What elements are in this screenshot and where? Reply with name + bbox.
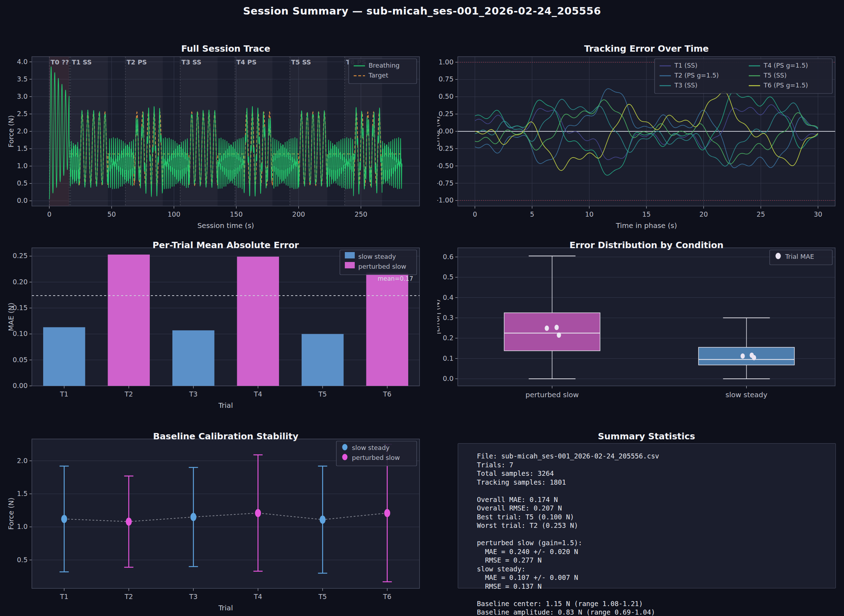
svg-text:T5 SS: T5 SS xyxy=(291,59,311,66)
svg-text:T5: T5 xyxy=(318,390,327,398)
svg-text:15: 15 xyxy=(642,210,651,218)
svg-text:T4: T4 xyxy=(253,390,262,398)
svg-text:T5 (SS): T5 (SS) xyxy=(763,72,787,79)
svg-text:1.0: 1.0 xyxy=(17,162,28,170)
svg-text:0.3: 0.3 xyxy=(443,314,454,321)
summary-statistics-text: File: sub-micah_ses-001_2026-02-24_20555… xyxy=(477,452,659,616)
per-trial-mae-chart: 0.000.050.100.150.200.25TrialMAE (N)T1T2… xyxy=(7,230,426,421)
svg-text:0.00: 0.00 xyxy=(13,381,28,389)
svg-text:perturbed slow: perturbed slow xyxy=(525,390,579,399)
svg-text:2.0: 2.0 xyxy=(17,127,28,135)
panel-summary-statistics: File: sub-micah_ses-001_2026-02-24_20555… xyxy=(437,421,843,616)
svg-text:-0.50: -0.50 xyxy=(437,162,454,170)
svg-text:T3: T3 xyxy=(189,390,198,398)
svg-text:T5: T5 xyxy=(318,593,327,600)
svg-text:T6: T6 xyxy=(383,593,391,600)
svg-text:T4 (PS g=1.5): T4 (PS g=1.5) xyxy=(763,62,808,69)
svg-text:0.0: 0.0 xyxy=(443,374,454,382)
svg-text:T2 (PS g=1.5): T2 (PS g=1.5) xyxy=(674,72,719,79)
svg-text:0.0: 0.0 xyxy=(17,197,28,204)
svg-text:0.50: 0.50 xyxy=(439,92,454,100)
svg-text:perturbed slow: perturbed slow xyxy=(352,454,400,461)
mae-bar-T3 xyxy=(172,330,214,386)
svg-text:T1 SS: T1 SS xyxy=(72,59,92,66)
svg-text:slow steady: slow steady xyxy=(358,253,396,260)
svg-text:T1: T1 xyxy=(60,593,68,600)
svg-text:Target: Target xyxy=(368,72,388,79)
svg-text:Trial: Trial xyxy=(218,401,233,409)
svg-text:0: 0 xyxy=(473,210,477,218)
svg-text:|Error| (N): |Error| (N) xyxy=(437,299,441,334)
panel-full-session-trace: 0501001502002500.00.51.01.52.02.53.03.54… xyxy=(7,34,426,232)
svg-text:5: 5 xyxy=(530,210,534,218)
svg-text:1.5: 1.5 xyxy=(17,490,28,497)
svg-text:0.5: 0.5 xyxy=(17,556,28,563)
full-session-trace-chart: 0501001502002500.00.51.01.52.02.53.03.54… xyxy=(7,34,426,232)
panel-baseline-stability: 0.51.01.52.0TrialForce (N)T1T2T3T4T5T6sl… xyxy=(7,421,426,616)
svg-text:25: 25 xyxy=(756,210,765,218)
svg-text:mean=0.17: mean=0.17 xyxy=(378,275,413,282)
panel-error-distribution: 0.00.10.20.30.40.50.6|Error| (N)perturbe… xyxy=(437,230,843,421)
svg-text:slow steady: slow steady xyxy=(352,444,390,452)
svg-text:20: 20 xyxy=(699,210,708,218)
baseline-stability-chart: 0.51.01.52.0TrialForce (N)T1T2T3T4T5T6sl… xyxy=(7,421,426,616)
svg-text:T3 (SS): T3 (SS) xyxy=(674,81,697,89)
chart-title-full-session-trace: Full Session Trace xyxy=(32,44,419,54)
chart-title-per-trial-mae: Per-Trial Mean Absolute Error xyxy=(32,240,419,250)
svg-text:30: 30 xyxy=(813,210,822,218)
mae-legend: slow steadyperturbed slow xyxy=(340,250,417,275)
svg-text:Trial MAE: Trial MAE xyxy=(785,253,814,260)
svg-text:0.5: 0.5 xyxy=(443,273,454,281)
svg-text:Force (N): Force (N) xyxy=(7,497,15,529)
svg-text:0.4: 0.4 xyxy=(443,293,454,301)
tracking-error-chart: 051015202530-1.00-0.75-0.50-0.250.000.25… xyxy=(437,34,843,232)
svg-text:150: 150 xyxy=(230,210,243,218)
svg-text:2.0: 2.0 xyxy=(17,457,28,465)
svg-text:T6 (PS g=1.5): T6 (PS g=1.5) xyxy=(763,81,808,89)
svg-text:0.20: 0.20 xyxy=(13,278,28,286)
svg-text:slow steady: slow steady xyxy=(725,390,767,399)
svg-text:T2 PS: T2 PS xyxy=(127,59,147,66)
svg-text:Error (N): Error (N) xyxy=(437,116,441,147)
svg-text:0.1: 0.1 xyxy=(443,354,454,362)
svg-text:3.5: 3.5 xyxy=(17,75,28,83)
svg-text:1.00: 1.00 xyxy=(439,58,454,66)
chart-title-baseline-stability: Baseline Calibration Stability xyxy=(32,431,419,441)
svg-text:10: 10 xyxy=(585,210,593,218)
svg-text:T6: T6 xyxy=(383,390,391,398)
svg-text:2.5: 2.5 xyxy=(17,110,28,117)
svg-text:0.2: 0.2 xyxy=(443,334,454,342)
mae-bar-T5 xyxy=(302,334,344,386)
svg-text:0.25: 0.25 xyxy=(13,252,28,260)
svg-text:T1: T1 xyxy=(60,390,68,398)
mae-bar-T1 xyxy=(43,327,85,386)
svg-text:T2: T2 xyxy=(124,390,133,398)
svg-text:Breathing: Breathing xyxy=(369,62,400,69)
svg-text:200: 200 xyxy=(292,210,305,218)
svg-text:0: 0 xyxy=(47,210,51,218)
svg-text:1.0: 1.0 xyxy=(17,522,28,530)
error-legend: T1 (SS)T2 (PS g=1.5)T3 (SS)T4 (PS g=1.5)… xyxy=(655,59,832,94)
error-distribution-chart: 0.00.10.20.30.40.50.6|Error| (N)perturbe… xyxy=(437,230,843,421)
svg-text:perturbed slow: perturbed slow xyxy=(358,263,406,270)
svg-text:T2: T2 xyxy=(124,593,133,600)
svg-text:50: 50 xyxy=(107,210,116,218)
mae-bar-T2 xyxy=(108,255,150,386)
svg-text:Force (N): Force (N) xyxy=(7,115,15,147)
chart-title-tracking-error: Tracking Error Over Time xyxy=(458,44,835,54)
svg-text:Trial: Trial xyxy=(218,604,233,612)
svg-text:-1.00: -1.00 xyxy=(437,196,454,204)
svg-text:T4: T4 xyxy=(253,593,262,600)
box-legend: Trial MAE xyxy=(770,250,832,265)
svg-text:T4 PS: T4 PS xyxy=(236,59,256,66)
chart-title-summary-statistics: Summary Statistics xyxy=(458,431,835,441)
trace-legend: BreathingTarget xyxy=(349,59,417,84)
svg-text:0.75: 0.75 xyxy=(439,75,454,83)
baseline-legend: slow steadyperturbed slow xyxy=(336,441,417,466)
svg-text:T3 SS: T3 SS xyxy=(182,59,201,66)
chart-title-error-distribution: Error Distribution by Condition xyxy=(458,240,835,250)
svg-text:250: 250 xyxy=(355,210,367,218)
svg-text:1.5: 1.5 xyxy=(17,144,28,152)
panel-per-trial-mae: 0.000.050.100.150.200.25TrialMAE (N)T1T2… xyxy=(7,230,426,421)
svg-text:0.5: 0.5 xyxy=(17,179,28,187)
